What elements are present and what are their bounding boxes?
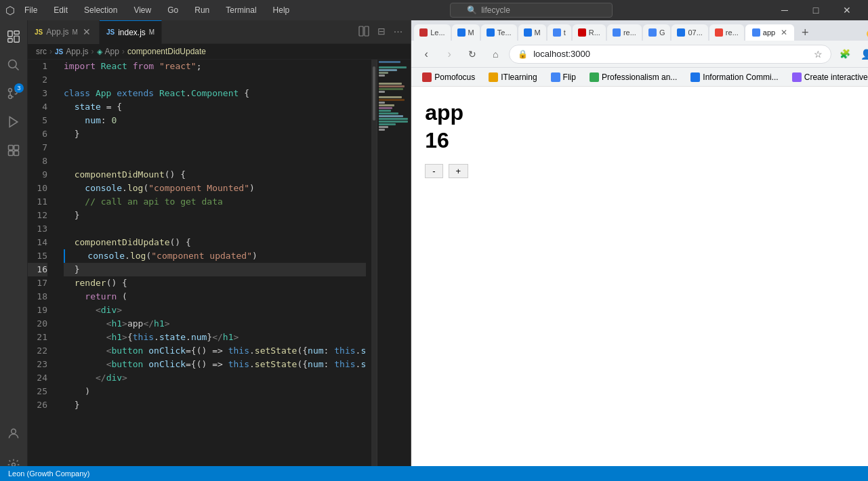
code-line-26: } bbox=[64, 398, 366, 412]
svg-marker-9 bbox=[9, 117, 18, 127]
breadcrumb-sep-1: › bbox=[49, 47, 52, 56]
tab-appjs-close[interactable]: ✕ bbox=[81, 26, 92, 37]
browser-forward-btn[interactable]: › bbox=[440, 45, 459, 64]
svg-rect-12 bbox=[9, 151, 14, 156]
activity-icon-account[interactable] bbox=[0, 420, 27, 447]
breadcrumb-sep-3: › bbox=[122, 47, 125, 56]
address-bar[interactable]: 🔒 localhost:3000 ☆ bbox=[509, 45, 831, 64]
activity-icon-run[interactable] bbox=[0, 108, 27, 135]
svg-line-5 bbox=[16, 67, 19, 70]
browser-tab-re2[interactable]: re... bbox=[709, 24, 744, 41]
preview-btn-minus[interactable]: - bbox=[425, 164, 442, 178]
browser-back-btn[interactable]: ‹ bbox=[417, 45, 436, 64]
browser-tab-te[interactable]: Te... bbox=[481, 24, 517, 41]
user-info-bar: Leon (Growth Company) bbox=[0, 466, 868, 481]
bookmark-create-interactive[interactable]: Create interactive p... bbox=[787, 71, 868, 83]
preview-btn-plus[interactable]: + bbox=[449, 164, 469, 178]
menu-view[interactable]: View bbox=[129, 4, 155, 16]
lock-icon: 🔒 bbox=[518, 49, 528, 59]
breadcrumb-app[interactable]: App bbox=[105, 47, 119, 56]
vscode-icon: ⬡ bbox=[5, 4, 15, 17]
tab-indexjs-modified: M bbox=[149, 28, 154, 36]
code-line-5: num: 0 bbox=[64, 114, 366, 127]
browser-tab-m2[interactable]: M bbox=[518, 24, 546, 41]
code-line-11: // call an api to get data bbox=[64, 195, 366, 209]
window-maximize-btn[interactable]: □ bbox=[800, 0, 831, 20]
tab-layout-btn[interactable]: ⊟ bbox=[375, 24, 388, 40]
code-line-4: state = { bbox=[64, 100, 366, 114]
breadcrumb-appjs[interactable]: App.js bbox=[66, 47, 88, 56]
menu-terminal[interactable]: Terminal bbox=[222, 4, 260, 16]
tabs-bar: JS App.js M ✕ JS index.js M ⊟ ··· bbox=[28, 20, 411, 44]
extensions-btn[interactable]: 🧩 bbox=[835, 45, 854, 64]
svg-rect-10 bbox=[9, 146, 14, 150]
bookmark-information-commi[interactable]: Information Commi... bbox=[685, 71, 783, 83]
svg-rect-0 bbox=[8, 31, 12, 37]
browser-tab-re[interactable]: re... bbox=[607, 24, 642, 41]
tab-indexjs[interactable]: JS index.js M bbox=[100, 20, 162, 44]
breadcrumb-src[interactable]: src bbox=[36, 47, 47, 56]
bookmark-professionalism[interactable]: Professionalism an... bbox=[584, 71, 682, 83]
bookmark-flip[interactable]: Flip bbox=[545, 71, 581, 83]
code-content[interactable]: import React from "react"; class App ext… bbox=[58, 60, 371, 466]
window-close-btn[interactable]: ✕ bbox=[831, 0, 863, 20]
browser-tab-07[interactable]: 07... bbox=[671, 24, 707, 41]
menu-edit[interactable]: Edit bbox=[49, 4, 72, 16]
preview-content: app 16 - + bbox=[411, 87, 868, 481]
browser-tab-m1[interactable]: M bbox=[452, 24, 480, 41]
code-line-16: } bbox=[64, 263, 366, 276]
breadcrumb: src › JS App.js › ◈ App › componentDidUp… bbox=[28, 44, 411, 60]
browser-tab-r[interactable]: R... bbox=[573, 24, 606, 41]
tab-appjs-icon: JS bbox=[35, 28, 43, 36]
bookmark-itlearning[interactable]: ITlearning bbox=[483, 71, 542, 83]
tab-indexjs-icon: JS bbox=[106, 28, 115, 36]
preview-app-number: 16 bbox=[425, 128, 868, 153]
title-search-box[interactable]: 🔍 lifecycle bbox=[450, 3, 613, 18]
line-numbers: 1 2 3 4 5 6 7 8 9 10 11 12 13 14 bbox=[28, 60, 58, 466]
tab-appjs-modified: M bbox=[73, 28, 78, 36]
bookmark-pomofocus[interactable]: Pomofocus bbox=[417, 71, 480, 83]
browser-home-btn[interactable]: ⌂ bbox=[486, 45, 505, 64]
activity-icon-search[interactable] bbox=[0, 51, 27, 79]
code-line-6: } bbox=[64, 127, 366, 141]
activity-icon-source-control[interactable]: 3 bbox=[0, 80, 27, 107]
breadcrumb-componentdidupdate[interactable]: componentDidUpdate bbox=[127, 47, 206, 56]
tab-more-btn[interactable]: ··· bbox=[391, 24, 405, 40]
browser-tab-g[interactable]: G bbox=[643, 24, 671, 41]
svg-rect-1 bbox=[14, 31, 19, 35]
menu-run[interactable]: Run bbox=[190, 4, 213, 16]
menu-help[interactable]: Help bbox=[269, 4, 294, 16]
profile-btn[interactable]: 👤 bbox=[857, 45, 868, 64]
active-tab-label: app bbox=[763, 28, 775, 37]
code-line-1: import React from "react"; bbox=[64, 60, 366, 73]
code-line-15: console.log("component updated") bbox=[64, 249, 366, 263]
user-label: Leon (Growth Company) bbox=[8, 469, 89, 478]
code-line-10: console.log("component Mounted") bbox=[64, 182, 366, 195]
svg-rect-3 bbox=[8, 39, 12, 43]
code-line-13 bbox=[64, 222, 366, 236]
code-line-25: ) bbox=[64, 385, 366, 398]
browser-refresh-btn[interactable]: ↻ bbox=[463, 45, 482, 64]
activity-bar: 3 bbox=[0, 20, 28, 481]
code-line-14: componentDidUpdate() { bbox=[64, 236, 366, 249]
menu-file[interactable]: File bbox=[20, 4, 41, 16]
activity-icon-extensions[interactable] bbox=[0, 137, 27, 164]
svg-point-4 bbox=[9, 60, 17, 68]
window-minimize-btn[interactable]: ─ bbox=[769, 0, 800, 20]
browser-tab-app[interactable]: app ✕ bbox=[745, 24, 794, 41]
bookmarks-bar: Pomofocus ITlearning Flip Professionalis… bbox=[411, 68, 868, 87]
browser-tab-le[interactable]: Le... bbox=[414, 24, 450, 41]
tab-appjs[interactable]: JS App.js M ✕ bbox=[28, 20, 100, 44]
code-line-3: class App extends React.Component { bbox=[64, 87, 366, 100]
browser-tab-row: Le... M Te... M t bbox=[411, 20, 868, 41]
svg-rect-17 bbox=[365, 26, 369, 36]
tab-split-editor-btn[interactable] bbox=[356, 24, 372, 40]
menu-selection[interactable]: Selection bbox=[80, 4, 121, 16]
active-tab-close[interactable]: ✕ bbox=[781, 28, 787, 37]
browser-new-tab-btn[interactable]: + bbox=[795, 24, 814, 41]
star-icon[interactable]: ☆ bbox=[814, 49, 823, 60]
menu-go[interactable]: Go bbox=[163, 4, 182, 16]
activity-icon-explorer[interactable] bbox=[0, 23, 27, 50]
editor-scrollbar[interactable] bbox=[371, 60, 377, 466]
browser-tab-t[interactable]: t bbox=[547, 24, 571, 41]
